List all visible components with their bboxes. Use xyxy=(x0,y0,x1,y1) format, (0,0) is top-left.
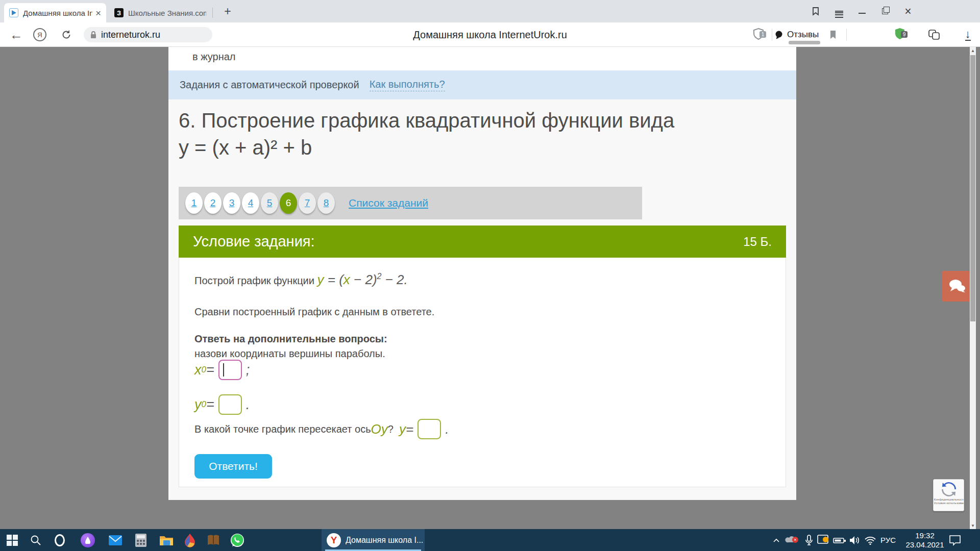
scrollbar-thumb[interactable] xyxy=(970,55,975,321)
taskbar-cortana-button[interactable] xyxy=(48,529,71,551)
x0-answer-row: x0 = ; xyxy=(194,360,250,380)
pagination-item-4[interactable]: 4 xyxy=(242,192,259,214)
collections-icon xyxy=(928,30,940,40)
oy-input[interactable] xyxy=(418,419,441,439)
taskbar-book-button[interactable] xyxy=(202,529,225,551)
bookmark-button[interactable] xyxy=(824,22,842,47)
taskbar-whatsapp-button[interactable] xyxy=(226,529,249,551)
back-icon: ← xyxy=(10,27,23,43)
address-bar[interactable]: interneturok.ru xyxy=(84,27,212,42)
tab-title: Домашняя школа Inter xyxy=(23,9,92,17)
task-statement: Построй график функции y = (x − 2)2 − 2. xyxy=(194,272,408,288)
tray-display-button[interactable] xyxy=(816,529,831,551)
task-compare-text: Сравни построенный график с данным в отв… xyxy=(194,306,434,318)
window-minimize-button[interactable] xyxy=(853,0,871,22)
x0-input[interactable] xyxy=(218,360,242,380)
formula-x: x xyxy=(344,272,350,287)
refresh-button[interactable] xyxy=(57,22,76,47)
action-center-button[interactable] xyxy=(945,529,965,551)
pagination-item-8[interactable]: 8 xyxy=(317,192,335,214)
taskbar-search-button[interactable] xyxy=(24,529,47,551)
pagination-item-1[interactable]: 1 xyxy=(185,192,203,214)
x0-input-wrap xyxy=(214,360,246,380)
active-app-title: Домашняя школа I... xyxy=(346,536,423,545)
tab-interneturok[interactable]: Домашняя школа Inter × xyxy=(4,3,106,22)
tray-battery-button[interactable] xyxy=(832,529,847,551)
y0-punct: . xyxy=(246,397,250,413)
back-button[interactable]: ← xyxy=(7,22,26,47)
formula-dot: . xyxy=(404,272,408,287)
info-bar: Задания с автоматической проверкой Как в… xyxy=(168,70,796,99)
how-to-link[interactable]: Как выполнять? xyxy=(370,79,445,91)
tab-panel-button[interactable] xyxy=(806,0,825,22)
color-drop-icon xyxy=(184,533,196,547)
y0-var: y xyxy=(194,397,202,413)
calculator-icon xyxy=(135,534,146,547)
windows-logo-icon xyxy=(7,535,18,546)
x0-var: x xyxy=(194,362,202,378)
taskbar-mail-button[interactable] xyxy=(104,529,127,551)
task-vertex-text: назови координаты вершины параболы. xyxy=(194,348,385,360)
scroll-down-arrow[interactable]: ▼ xyxy=(970,522,976,529)
interneturok-favicon-icon xyxy=(9,8,18,17)
y0-equals: = xyxy=(206,397,214,413)
pagination-item-2[interactable]: 2 xyxy=(204,192,222,214)
recaptcha-terms[interactable]: Условия использования xyxy=(934,502,964,505)
oy-qmark: ? xyxy=(388,423,399,435)
wifi-icon xyxy=(864,536,876,545)
window-restore-button[interactable] xyxy=(876,0,894,22)
window-close-button[interactable]: × xyxy=(899,0,917,22)
pagination-item-5[interactable]: 5 xyxy=(261,192,278,214)
tray-clock[interactable]: 19:32 23.04.2021 xyxy=(900,529,949,551)
scroll-up-arrow[interactable]: ▲ xyxy=(970,47,976,54)
tray-volume-button[interactable] xyxy=(847,529,863,551)
new-tab-button[interactable]: + xyxy=(220,4,235,18)
answer-button[interactable]: Ответить! xyxy=(194,454,272,479)
downloads-button[interactable]: ↓ xyxy=(959,22,977,47)
lock-icon xyxy=(90,31,97,39)
y0-input[interactable] xyxy=(218,394,242,415)
recaptcha-privacy[interactable]: Конфиденциальность xyxy=(934,498,964,502)
whatsapp-icon xyxy=(230,533,244,547)
recaptcha-badge[interactable]: Конфиденциальность Условия использования xyxy=(933,479,964,511)
book-icon xyxy=(207,534,220,546)
address-bar-page-title: Домашняя школа InternetUrok.ru xyxy=(332,29,648,41)
screen: Домашняя школа Inter × З Школьные Знания… xyxy=(0,0,980,551)
journal-link[interactable]: в журнал xyxy=(192,51,236,63)
task-card: Построй график функции y = (x − 2)2 − 2.… xyxy=(179,258,786,487)
taskbar-alice-button[interactable] xyxy=(77,529,99,551)
taskbar-active-app[interactable]: Y Домашняя школа I... xyxy=(322,529,425,551)
tray-wifi-button[interactable] xyxy=(863,529,878,551)
tray-language-button[interactable]: РУС xyxy=(878,529,898,551)
task-list-link[interactable]: Список заданий xyxy=(349,197,428,209)
tab-close-icon[interactable]: × xyxy=(95,8,101,18)
language-label: РУС xyxy=(880,536,896,544)
protect-shield-button[interactable]: 1 xyxy=(749,22,768,47)
oy-axis: Oy xyxy=(371,421,388,437)
tray-onedrive-button[interactable]: × xyxy=(784,529,799,551)
pagination-item-3[interactable]: 3 xyxy=(223,192,240,214)
tray-microphone-button[interactable] xyxy=(801,529,817,551)
battery-icon xyxy=(833,537,846,544)
task-heading-line1: 6. Построение графика квадратичной функц… xyxy=(179,109,674,132)
browser-menu-button[interactable] xyxy=(830,0,848,22)
collections-button[interactable] xyxy=(925,22,943,47)
chat-widget-button[interactable] xyxy=(942,271,971,302)
taskbar-browser-beta-button[interactable] xyxy=(179,529,201,551)
tab-znanija[interactable]: З Школьные Знания.com - Р xyxy=(109,3,211,22)
yandex-home-button[interactable]: Я xyxy=(31,22,49,47)
windows-taskbar: Y Домашняя школа I... × xyxy=(0,529,980,551)
task-statement-text: Построй график функции xyxy=(194,275,317,286)
taskbar-explorer-button[interactable] xyxy=(155,529,178,551)
taskbar-calculator-button[interactable] xyxy=(130,529,152,551)
formula: y = (x − 2)2 − 2. xyxy=(317,272,408,287)
top-strip: в журнал xyxy=(168,47,796,70)
action-center-icon xyxy=(949,535,961,546)
start-button[interactable] xyxy=(1,529,23,551)
pagination-item-6-active[interactable]: 6 xyxy=(280,192,297,214)
tray-expand-button[interactable] xyxy=(769,529,784,551)
x0-punct: ; xyxy=(246,362,250,378)
pagination-item-7[interactable]: 7 xyxy=(299,192,316,214)
page-scrollbar[interactable]: ▲ ▼ xyxy=(970,47,976,529)
adblock-extension-button[interactable]: 9 xyxy=(891,22,909,47)
